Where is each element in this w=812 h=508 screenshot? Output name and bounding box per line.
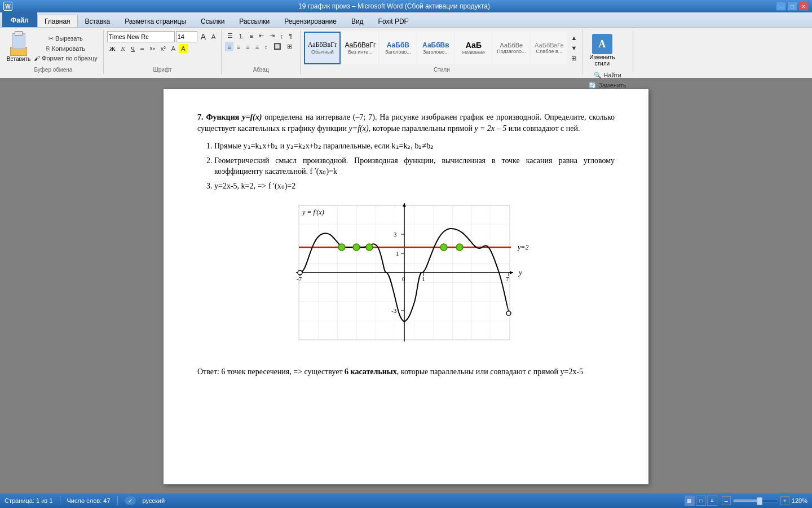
minimize-button[interactable]: – xyxy=(776,2,786,11)
shading-button[interactable]: 🔲 xyxy=(271,42,284,51)
view-controls: ▦ □ ≡ xyxy=(685,496,717,506)
styles-scroll-up[interactable]: ▲ xyxy=(568,33,579,42)
svg-marker-2 xyxy=(510,271,513,274)
list-item-1: Прямые y₁=k₁x+b₁ и y₂=k₂x+b₂ параллельны… xyxy=(214,141,615,152)
title-bar: W 19 график произ – Microsoft Word (Сбой… xyxy=(0,0,812,12)
spell-check-icon[interactable]: ✓ xyxy=(125,496,136,505)
clipboard-group: Вставить ✂ Вырезать ⎘ Копировать 🖌 Форма… xyxy=(3,30,104,74)
graph-container: y -7 7 0 1 3 1 -3 xyxy=(265,198,547,359)
underline-button[interactable]: Ч xyxy=(129,44,137,53)
tab-view[interactable]: Вид xyxy=(344,15,371,27)
ribbon-content: Вставить ✂ Вырезать ⎘ Копировать 🖌 Форма… xyxy=(0,27,812,78)
svg-point-24 xyxy=(366,244,373,251)
style-h2[interactable]: АаБбВв Заголово... xyxy=(417,32,454,64)
view-web-button[interactable]: ≡ xyxy=(707,496,717,506)
svg-text:3: 3 xyxy=(394,231,397,238)
problem-text: 7. Функция y=f(x) определена на интервал… xyxy=(197,112,615,134)
style-subtle[interactable]: АаБбВвГе Слабое в... xyxy=(531,32,567,64)
style-title[interactable]: АаБ Название xyxy=(455,32,492,64)
zoom-in-button[interactable]: + xyxy=(780,496,789,505)
styles-group: АаБбВвГг Обычный АаБбВвГг Без инте... Аа… xyxy=(301,30,583,74)
svg-text:-7: -7 xyxy=(297,275,302,282)
svg-text:1: 1 xyxy=(422,275,425,282)
bold-button[interactable]: Ж xyxy=(107,44,118,53)
italic-button[interactable]: К xyxy=(119,44,127,53)
ribbon-tabs: Файл Главная Вставка Разметка страницы С… xyxy=(0,12,812,27)
change-styles-button[interactable]: A Изменитьстили xyxy=(586,31,617,69)
view-fullscreen-button[interactable]: □ xyxy=(696,496,706,506)
copy-button[interactable]: ⎘ Копировать xyxy=(32,44,100,53)
increase-indent-button[interactable]: ⇥ xyxy=(267,31,277,41)
style-no-spacing[interactable]: АаБбВвГг Без инте... xyxy=(342,32,378,64)
tab-file[interactable]: Файл xyxy=(2,12,37,27)
view-print-button[interactable]: ▦ xyxy=(685,496,695,506)
styles-label: Стили xyxy=(304,65,579,73)
highlight-button[interactable]: A xyxy=(179,44,187,53)
style-h1[interactable]: АаБбВ Заголово... xyxy=(379,32,416,64)
line-spacing-button[interactable]: ↕ xyxy=(262,42,270,51)
align-center-button[interactable]: ≡ xyxy=(235,42,242,51)
superscript-button[interactable]: x² xyxy=(158,44,168,53)
list-item-3: y=2x-5, k=2, => f ′(x₀)=2 xyxy=(214,181,615,192)
list-item-2: Геометрический смысл производной. Произв… xyxy=(214,155,615,177)
decrease-indent-button[interactable]: ⇤ xyxy=(257,31,266,41)
page-info: Страница: 1 из 1 xyxy=(5,497,53,504)
styles-more[interactable]: ⊞ xyxy=(568,54,579,63)
tab-foxit[interactable]: Foxit PDF xyxy=(371,15,416,27)
styles-scroll-down[interactable]: ▼ xyxy=(568,43,579,52)
svg-point-22 xyxy=(338,244,345,251)
cut-button[interactable]: ✂ Вырезать xyxy=(32,34,100,43)
close-button[interactable]: ✕ xyxy=(798,2,809,11)
zoom-slider[interactable] xyxy=(733,499,778,502)
answer-text: Ответ: 6 точек пересечения, => существуе… xyxy=(197,366,615,378)
font-size-input[interactable] xyxy=(176,31,197,42)
paragraph-label: Абзац xyxy=(225,65,297,73)
justify-button[interactable]: ≡ xyxy=(253,42,261,51)
tab-insert[interactable]: Вставка xyxy=(78,15,118,27)
document-page: 7. Функция y=f(x) определена на интервал… xyxy=(164,89,648,484)
find-button[interactable]: 🔍 Найти xyxy=(586,71,629,80)
function-graph: y -7 7 0 1 3 1 -3 xyxy=(265,198,547,356)
clipboard-label: Буфер обмена xyxy=(7,65,100,73)
sort-button[interactable]: ↕ xyxy=(278,32,286,41)
font-group: A A Ж К Ч – x₂ x² A A Шрифт xyxy=(104,30,222,74)
align-right-button[interactable]: ≡ xyxy=(244,42,251,51)
status-bar: Страница: 1 из 1 Число слов: 47 ✓ русски… xyxy=(0,493,812,508)
zoom-controls: – + 120% xyxy=(722,496,807,505)
bullets-button[interactable]: ☰ xyxy=(225,31,235,41)
tab-references[interactable]: Ссылки xyxy=(193,15,232,27)
font-label: Шрифт xyxy=(107,65,218,73)
style-subtitle[interactable]: АаБбВе Подзаголо... xyxy=(493,32,529,64)
tab-mailings[interactable]: Рассылки xyxy=(232,15,277,27)
svg-text:1: 1 xyxy=(396,250,399,257)
svg-text:y: y xyxy=(518,268,522,277)
solution-list: Прямые y₁=k₁x+b₁ и y₂=k₂x+b₂ параллельны… xyxy=(197,141,615,191)
style-normal[interactable]: АаБбВвГг Обычный xyxy=(304,32,341,64)
maximize-button[interactable]: □ xyxy=(787,2,797,11)
grow-font-button[interactable]: A xyxy=(198,31,208,42)
tab-home[interactable]: Главная xyxy=(37,15,78,27)
tab-review[interactable]: Рецензирование xyxy=(277,15,344,27)
svg-point-26 xyxy=(456,244,463,251)
multilevel-button[interactable]: ≡ xyxy=(248,32,255,41)
window-title: 19 график произ – Microsoft Word (Сбой а… xyxy=(12,2,776,10)
tab-layout[interactable]: Разметка страницы xyxy=(117,15,193,27)
numbering-button[interactable]: 1. xyxy=(236,32,246,41)
editing-group: A Изменитьстили 🔍 Найти 🔄 Заменить ▦ Выд… xyxy=(583,30,633,74)
format-painter-button[interactable]: 🖌 Формат по образцу xyxy=(32,54,100,63)
svg-text:-3: -3 xyxy=(391,307,397,314)
svg-point-28 xyxy=(506,311,511,316)
svg-point-25 xyxy=(440,244,447,251)
font-name-input[interactable] xyxy=(107,31,175,42)
shrink-font-button[interactable]: A xyxy=(209,32,218,41)
zoom-out-button[interactable]: – xyxy=(722,496,731,505)
borders-button[interactable]: ⊞ xyxy=(285,42,294,51)
language: русский xyxy=(143,497,165,504)
paste-button[interactable]: Вставить xyxy=(7,31,30,64)
show-formatting-button[interactable]: ¶ xyxy=(287,32,295,41)
subscript-button[interactable]: x₂ xyxy=(147,43,157,53)
strikethrough-button[interactable]: – xyxy=(138,44,146,53)
align-left-button[interactable]: ≡ xyxy=(225,42,233,51)
document-area: 7. Функция y=f(x) определена на интервал… xyxy=(0,78,812,493)
text-color-button[interactable]: A xyxy=(169,44,178,53)
